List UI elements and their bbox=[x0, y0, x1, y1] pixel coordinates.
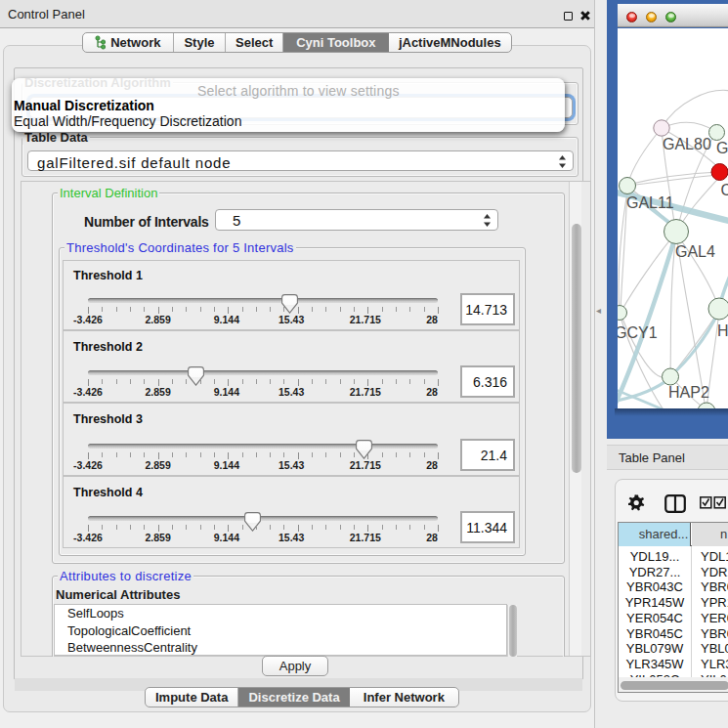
svg-text:C: C bbox=[721, 182, 728, 198]
svg-text:H: H bbox=[717, 322, 728, 339]
svg-text:GAL80: GAL80 bbox=[663, 136, 711, 152]
svg-text:HAP2: HAP2 bbox=[668, 384, 709, 401]
svg-text:GAL4: GAL4 bbox=[675, 243, 715, 260]
svg-text:GAL11: GAL11 bbox=[626, 194, 674, 211]
svg-text:GCY1: GCY1 bbox=[618, 324, 658, 341]
svg-text:GA: GA bbox=[716, 140, 728, 156]
